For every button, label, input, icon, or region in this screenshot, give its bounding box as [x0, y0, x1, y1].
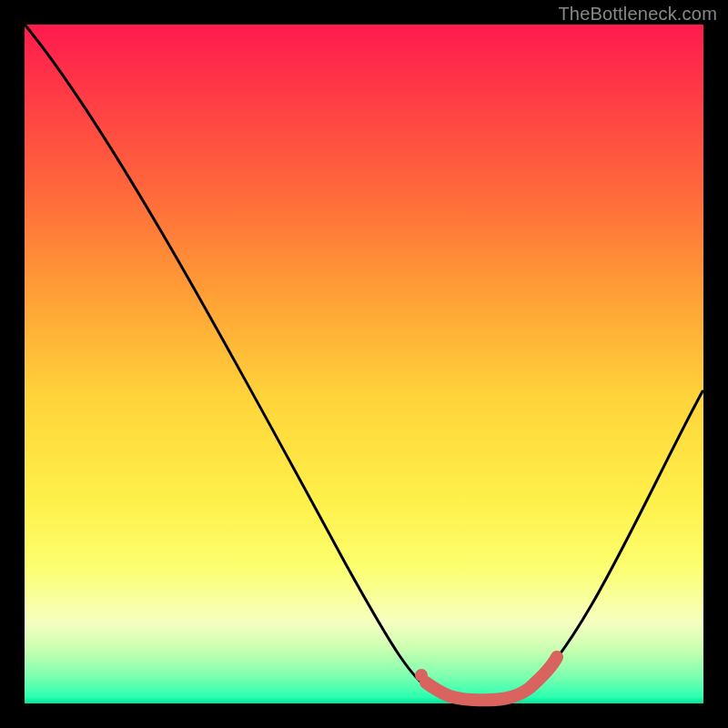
watermark-text: TheBottleneck.com: [558, 4, 717, 25]
chart-frame: TheBottleneck.com: [0, 0, 728, 728]
chart-gradient-background: [25, 25, 703, 703]
